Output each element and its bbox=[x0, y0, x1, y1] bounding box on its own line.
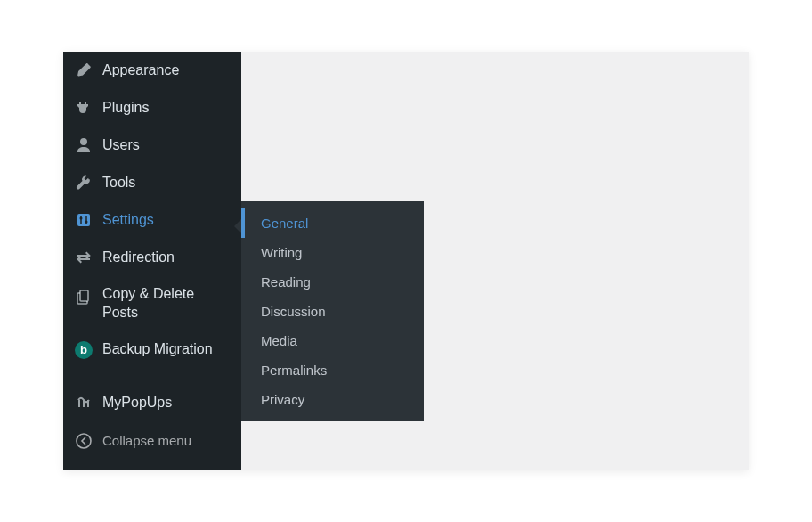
collapse-icon bbox=[74, 431, 93, 451]
sidebar-item-copy-delete-posts[interactable]: Copy & Delete Posts bbox=[63, 276, 241, 331]
submenu-item-general[interactable]: General bbox=[241, 208, 424, 238]
sidebar-label: Copy & Delete Posts bbox=[102, 285, 231, 322]
menu-separator bbox=[63, 369, 241, 385]
svg-point-4 bbox=[77, 434, 91, 448]
sidebar-item-redirection[interactable]: Redirection bbox=[63, 239, 241, 276]
mypopups-icon bbox=[74, 394, 93, 413]
submenu-item-discussion[interactable]: Discussion bbox=[241, 297, 424, 326]
sidebar-label: Redirection bbox=[102, 249, 175, 267]
sidebar-item-appearance[interactable]: Appearance bbox=[63, 52, 241, 89]
sidebar-label: Users bbox=[102, 136, 140, 155]
swap-icon bbox=[74, 248, 93, 267]
sidebar-item-tools[interactable]: Tools bbox=[63, 164, 241, 201]
sidebar-label: Appearance bbox=[102, 61, 179, 80]
user-icon bbox=[74, 135, 93, 155]
sliders-icon bbox=[74, 210, 93, 230]
submenu-item-permalinks[interactable]: Permalinks bbox=[241, 355, 424, 385]
sidebar-label: Tools bbox=[102, 174, 135, 192]
admin-sidebar: Appearance Plugins Users Tools Settings bbox=[63, 52, 241, 470]
settings-submenu: General Writing Reading Discussion Media… bbox=[241, 201, 424, 421]
submenu-item-reading[interactable]: Reading bbox=[241, 267, 424, 297]
submenu-item-privacy[interactable]: Privacy bbox=[241, 385, 424, 414]
sidebar-item-plugins[interactable]: Plugins bbox=[63, 89, 241, 126]
svg-point-1 bbox=[80, 217, 83, 220]
sidebar-label: Settings bbox=[102, 211, 154, 230]
documents-icon bbox=[74, 287, 93, 306]
collapse-menu-button[interactable]: Collapse menu bbox=[63, 422, 241, 460]
collapse-label: Collapse menu bbox=[102, 433, 191, 448]
admin-frame: Appearance Plugins Users Tools Settings bbox=[63, 52, 749, 470]
sidebar-label: Plugins bbox=[102, 99, 149, 118]
submenu-item-writing[interactable]: Writing bbox=[241, 238, 424, 267]
sidebar-item-mypopups[interactable]: MyPopUps bbox=[63, 385, 241, 422]
sidebar-label: Backup Migration bbox=[102, 340, 213, 359]
paintbrush-icon bbox=[74, 61, 93, 80]
sidebar-item-users[interactable]: Users bbox=[63, 126, 241, 164]
submenu-item-media[interactable]: Media bbox=[241, 326, 424, 355]
backup-migration-icon: b bbox=[74, 340, 93, 360]
sidebar-label: MyPopUps bbox=[102, 394, 172, 412]
sidebar-item-backup-migration[interactable]: b Backup Migration bbox=[63, 331, 241, 369]
svg-point-2 bbox=[85, 221, 88, 224]
svg-rect-0 bbox=[77, 214, 90, 226]
svg-rect-3 bbox=[80, 290, 88, 301]
sidebar-item-settings[interactable]: Settings bbox=[63, 201, 241, 239]
plug-icon bbox=[74, 98, 93, 118]
wrench-icon bbox=[74, 173, 93, 192]
